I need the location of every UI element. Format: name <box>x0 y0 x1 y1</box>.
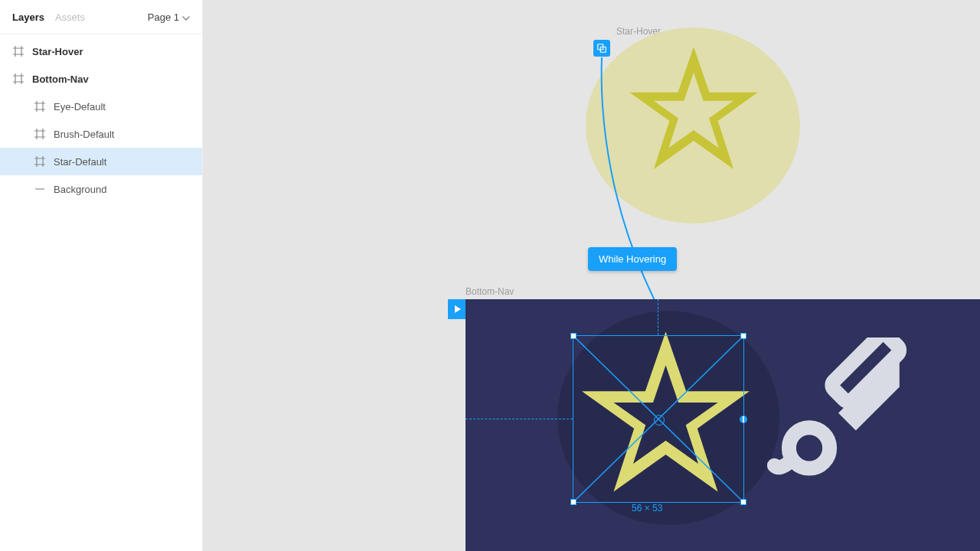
chevron-down-icon <box>182 13 190 21</box>
frame-bottom-nav[interactable] <box>466 299 980 551</box>
sidebar-tabs: Layers Assets <box>12 11 85 23</box>
layers-panel: Layers Assets Page 1 Star-HoverBottom-Na… <box>0 0 203 551</box>
layer-list: Star-HoverBottom-NavEye-DefaultBrush-Def… <box>0 34 202 203</box>
page-selector-label: Page 1 <box>148 11 179 23</box>
sidebar-header: Layers Assets Page 1 <box>0 0 202 34</box>
tab-layers[interactable]: Layers <box>12 11 44 23</box>
layer-label: Eye-Default <box>54 101 106 112</box>
rectangle-icon <box>34 183 46 195</box>
star-hover-shape[interactable] <box>622 38 765 181</box>
selection-dimensions-label: 56 × 53 <box>632 503 662 514</box>
star-default-shape[interactable] <box>569 321 763 507</box>
layer-row-eye-default[interactable]: Eye-Default <box>0 93 202 120</box>
layer-label: Bottom-Nav <box>32 73 89 85</box>
frame-label-bottom-nav[interactable]: Bottom-Nav <box>466 286 514 297</box>
page-selector[interactable]: Page 1 <box>148 11 190 23</box>
layer-label: Brush-Default <box>54 129 114 140</box>
layer-label: Star-Default <box>54 156 106 168</box>
frame-icon <box>12 45 24 57</box>
layer-row-brush-default[interactable]: Brush-Default <box>0 120 202 148</box>
alignment-guide-vertical <box>658 299 658 335</box>
design-canvas[interactable]: Star-Hover While Hovering Bottom-Nav <box>203 0 980 551</box>
flow-start-icon[interactable] <box>448 299 466 319</box>
interaction-trigger-label[interactable]: While Hovering <box>588 247 677 271</box>
layer-row-bottom-nav[interactable]: Bottom-Nav <box>0 65 202 93</box>
frame-icon <box>34 128 46 140</box>
frame-icon <box>34 155 46 168</box>
layer-label: Background <box>54 184 106 195</box>
frame-icon <box>12 73 24 85</box>
brush-icon[interactable] <box>766 337 911 483</box>
layer-row-star-hover[interactable]: Star-Hover <box>0 37 202 65</box>
layer-label: Star-Hover <box>32 46 83 57</box>
interaction-origin-icon[interactable] <box>593 40 610 57</box>
tab-assets[interactable]: Assets <box>55 11 85 23</box>
frame-icon <box>34 100 46 112</box>
layer-row-star-default[interactable]: Star-Default <box>0 148 202 175</box>
alignment-guide-horizontal <box>466 419 573 419</box>
layer-row-background[interactable]: Background <box>0 175 202 203</box>
